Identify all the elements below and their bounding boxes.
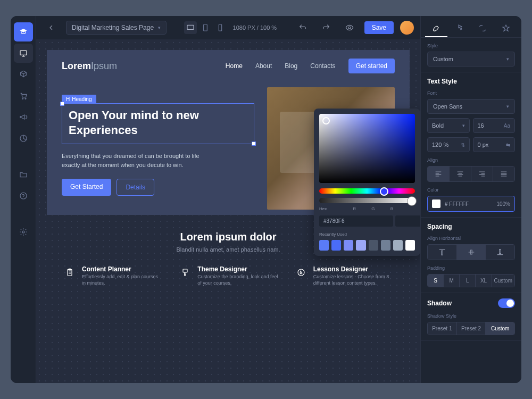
nav-about[interactable]: About [255, 62, 272, 70]
color-hue-slider[interactable] [319, 188, 415, 194]
brand-logo[interactable]: LoremIpsum [62, 61, 117, 72]
left-rail [11, 16, 36, 383]
align-justify[interactable] [493, 167, 514, 181]
padding-segmented: S M L XL Custom [427, 274, 515, 287]
color-r-input[interactable] [395, 215, 420, 227]
padding-m[interactable]: M [444, 275, 460, 287]
halign-top[interactable] [428, 245, 457, 260]
feature-item[interactable]: Theme DesignerCustomize the branding, lo… [178, 265, 278, 286]
brush-icon [178, 265, 192, 279]
feature-item[interactable]: Content PlannerEffortlessly add, edit & … [63, 265, 162, 286]
color-swatch[interactable] [405, 240, 415, 251]
app-window: Digital Marketing Sales Page ▾ 1080 PX /… [11, 16, 521, 383]
tab-style[interactable] [425, 20, 447, 37]
settings-icon[interactable] [14, 222, 33, 242]
halign-bottom[interactable] [486, 245, 514, 260]
nav-blog[interactable]: Blog [285, 62, 297, 70]
tab-assets[interactable] [495, 20, 517, 37]
topbar: Digital Marketing Sales Page ▾ 1080 PX /… [36, 16, 420, 39]
hero-subtitle[interactable]: Everything that you dreamed of can be br… [62, 152, 200, 169]
chart-icon[interactable] [14, 129, 33, 148]
shadow-toggle[interactable] [498, 298, 515, 308]
color-saturation-field[interactable] [319, 114, 415, 183]
user-avatar[interactable] [400, 21, 414, 35]
app-logo-icon[interactable] [14, 22, 33, 41]
save-button[interactable]: Save [364, 21, 394, 34]
align-center[interactable] [450, 167, 471, 181]
color-swatch[interactable] [393, 240, 403, 251]
megaphone-icon[interactable] [14, 107, 33, 127]
zoom-indicator[interactable]: 1080 PX / 100 % [233, 24, 277, 31]
properties-panel: Style Custom▾ Text Style Font Open Sans▾… [420, 16, 521, 383]
shadow-preset2[interactable]: Preset 2 [457, 322, 486, 335]
padding-xl[interactable]: XL [476, 275, 492, 287]
main-area: Digital Marketing Sales Page ▾ 1080 PX /… [36, 16, 420, 383]
halign-middle[interactable] [457, 245, 486, 260]
color-hex-input[interactable] [319, 215, 393, 227]
svg-rect-7 [203, 24, 207, 31]
svg-rect-8 [219, 24, 221, 31]
line-height-icon: ⇅ [461, 142, 465, 148]
color-alpha-slider[interactable] [319, 198, 415, 203]
canvas[interactable]: LoremIpsum Home About Blog Contacts Get … [36, 39, 420, 383]
color-swatch[interactable] [319, 240, 329, 251]
color-swatch[interactable] [381, 240, 390, 251]
edit-icon [294, 265, 308, 279]
align-left[interactable] [428, 167, 450, 181]
panel-tabs [421, 16, 521, 38]
document-dropdown[interactable]: Digital Marketing Sales Page ▾ [66, 21, 167, 35]
spacing-heading: Spacing [427, 223, 515, 230]
color-chip [432, 200, 440, 208]
padding-l[interactable]: L [460, 275, 476, 287]
redo-button[interactable] [318, 21, 335, 34]
chevron-down-icon: ▾ [158, 25, 161, 30]
letter-spacing-icon: ⇆ [506, 142, 510, 148]
shadow-custom[interactable]: Custom [486, 322, 514, 335]
svg-rect-12 [183, 269, 187, 272]
device-mobile[interactable] [214, 21, 227, 34]
heading-icon: H [66, 96, 70, 102]
padding-s[interactable]: S [428, 275, 444, 287]
desktop-icon[interactable] [14, 44, 33, 63]
tab-layout[interactable] [472, 20, 494, 37]
preview-button[interactable] [341, 21, 358, 34]
undo-button[interactable] [294, 21, 311, 34]
svg-point-9 [348, 27, 351, 29]
selection-tag[interactable]: H Heading [62, 95, 96, 104]
line-height-input[interactable]: 120 %⇅ [427, 137, 470, 152]
help-icon[interactable] [14, 186, 33, 205]
text-color-field[interactable]: # FFFFFF 100% [427, 196, 515, 212]
hero-heading[interactable]: Open Your mind to newExperiences [69, 108, 247, 137]
font-size-input[interactable]: 16Aa [473, 118, 516, 133]
feature-item[interactable]: Lessons DesignerCustomize lessons - Choo… [294, 265, 394, 286]
font-weight-select[interactable]: Bold▾ [427, 118, 470, 133]
padding-custom[interactable]: Custom [492, 275, 514, 287]
hero-cta-secondary[interactable]: Details [117, 179, 154, 196]
back-button[interactable] [43, 21, 60, 34]
style-select[interactable]: Custom▾ [427, 52, 515, 66]
cube-icon[interactable] [14, 65, 33, 84]
shadow-preset1[interactable]: Preset 1 [428, 322, 457, 335]
color-swatch[interactable] [331, 240, 341, 251]
cart-icon[interactable] [14, 86, 33, 105]
folder-icon[interactable] [14, 165, 33, 184]
color-picker-popup: Hex R G B Recently Used [314, 109, 420, 256]
nav-cta-button[interactable]: Get started [348, 59, 395, 73]
page-nav: LoremIpsum Home About Blog Contacts Get … [47, 50, 410, 82]
nav-home[interactable]: Home [226, 62, 243, 70]
font-select[interactable]: Open Sans▾ [427, 99, 515, 114]
color-swatch[interactable] [344, 240, 353, 251]
letter-spacing-input[interactable]: 0 px⇆ [473, 137, 516, 152]
device-tablet[interactable] [199, 21, 212, 34]
align-right[interactable] [471, 167, 493, 181]
color-swatch[interactable] [369, 240, 378, 251]
selected-element[interactable]: Open Your mind to newExperiences [62, 103, 254, 144]
hero-cta-primary[interactable]: Get Started [62, 179, 111, 196]
svg-point-1 [22, 98, 23, 99]
nav-contacts[interactable]: Contacts [310, 62, 335, 70]
tab-interactions[interactable] [448, 20, 471, 37]
device-desktop[interactable] [184, 21, 197, 34]
clipboard-icon [63, 265, 77, 279]
shadow-heading: Shadow [427, 300, 452, 307]
color-swatch[interactable] [356, 240, 365, 251]
